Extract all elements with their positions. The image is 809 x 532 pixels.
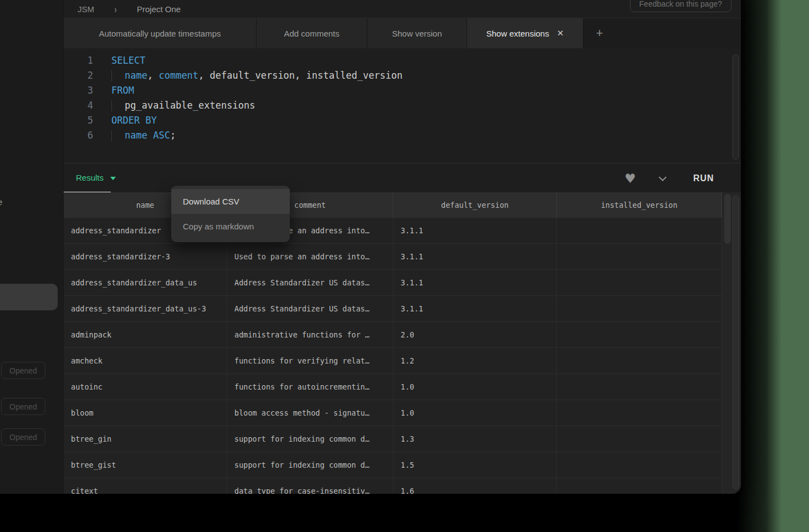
- cell-installed_version: [557, 478, 722, 494]
- cell-name: citext: [64, 478, 227, 494]
- table-row[interactable]: btree_ginsupport for indexing common d…1…: [64, 426, 741, 452]
- results-dropdown-trigger[interactable]: Results: [64, 163, 111, 193]
- cell-comment: Address Standardizer US datas…: [227, 296, 393, 321]
- table-row[interactable]: adminpackadministrative functions for …2…: [64, 322, 741, 348]
- left-sidebar: e OpenedOpenedOpened: [0, 0, 64, 494]
- cell-name: btree_gin: [64, 426, 227, 452]
- close-tab-icon[interactable]: ✕: [557, 28, 564, 38]
- cell-default_version: 1.0: [393, 374, 557, 400]
- sql-text: ;: [170, 130, 176, 141]
- code-line: 1SELECT: [64, 53, 741, 68]
- code-text: FROM: [103, 83, 134, 98]
- tab-label: Add comments: [284, 29, 339, 38]
- cell-default_version: 1.5: [393, 452, 557, 478]
- cell-default_version: 3.1.1: [393, 296, 557, 321]
- breadcrumb-project[interactable]: Project One: [137, 4, 181, 14]
- cell-comment: support for indexing common d…: [227, 452, 393, 478]
- table-scrollbar-gutter: [722, 192, 741, 494]
- top-header: JSM › Project One Feedback on this page?: [64, 0, 741, 18]
- cell-default_version: 1.6: [393, 478, 557, 494]
- breadcrumb-org[interactable]: JSM: [78, 4, 94, 14]
- editor-scrollbar-thumb[interactable]: [733, 54, 739, 160]
- cell-default_version: 3.1.1: [393, 270, 557, 295]
- code-line: 2name, comment, default_version, install…: [64, 68, 741, 83]
- cell-default_version: 3.1.1: [393, 244, 557, 269]
- results-context-menu: Download CSVCopy as markdown: [171, 186, 290, 242]
- sql-keyword: comment: [158, 70, 198, 81]
- cell-installed_version: [557, 244, 722, 269]
- table-row[interactable]: autoincfunctions for autoincrementin…1.0: [64, 374, 741, 400]
- indent-guide: [111, 100, 125, 111]
- tab-show-extensions[interactable]: Show extensions✕: [467, 18, 583, 48]
- tab-add-comments[interactable]: Add comments: [257, 18, 367, 48]
- chevron-down-icon: [659, 173, 667, 181]
- opened-badge: Opened: [1, 428, 45, 446]
- table-row[interactable]: address_standardizer-3Used to parse an a…: [64, 244, 741, 270]
- cell-name: address_standardizer_data_us-3: [64, 296, 227, 321]
- cell-comment: administrative functions for …: [227, 322, 393, 347]
- cell-comment: Address Standardizer US datas…: [227, 270, 393, 295]
- cell-comment: support for indexing common d…: [227, 426, 393, 452]
- cell-installed_version: [557, 348, 722, 374]
- main-panel: JSM › Project One Feedback on this page?…: [64, 0, 741, 494]
- column-header-default-version[interactable]: default_version: [393, 192, 557, 218]
- tab-automatically-update-timestamps[interactable]: Automatically update timestamps: [64, 18, 257, 48]
- cell-installed_version: [557, 322, 722, 347]
- results-toolbar: Results ♥ RUN: [64, 163, 741, 192]
- cell-name: btree_gist: [64, 452, 227, 478]
- cell-installed_version: [557, 452, 722, 478]
- cell-default_version: 3.1.1: [393, 218, 557, 243]
- table-row[interactable]: amcheckfunctions for verifying relat…1.2: [64, 348, 741, 374]
- table-row[interactable]: address_standardizer_data_usAddress Stan…: [64, 270, 741, 296]
- column-header-installed-version[interactable]: installed_version: [557, 192, 722, 218]
- sql-text: , default_version, installed_version: [198, 70, 402, 81]
- sql-editor[interactable]: 1SELECT2name, comment, default_version, …: [64, 53, 741, 163]
- cell-name: adminpack: [64, 322, 227, 347]
- line-number: 4: [64, 98, 103, 113]
- cell-installed_version: [557, 296, 722, 321]
- cell-comment: functions for verifying relat…: [227, 348, 393, 374]
- new-tab-button[interactable]: +: [583, 18, 616, 48]
- app-window: e OpenedOpenedOpened JSM › Project One F…: [0, 0, 741, 494]
- indent-guide: [111, 70, 125, 81]
- table-row[interactable]: citextdata type for case-insensitiv…1.6: [64, 478, 741, 494]
- sidebar-text-fragment: e: [0, 197, 2, 207]
- tab-label: Show extensions: [487, 29, 549, 38]
- run-button[interactable]: RUN: [693, 163, 714, 193]
- cell-comment: bloom access method - signatu…: [227, 400, 393, 426]
- cell-installed_version: [557, 218, 722, 243]
- cell-default_version: 1.0: [393, 400, 557, 426]
- feedback-button[interactable]: Feedback on this page?: [630, 0, 731, 12]
- sql-keyword: FROM: [111, 85, 134, 96]
- sql-text: ,: [147, 70, 158, 81]
- code-text: name ASC;: [103, 128, 176, 143]
- menu-item-download-csv[interactable]: Download CSV: [171, 189, 290, 214]
- table-row[interactable]: address_standardizer_data_us-3Address St…: [64, 296, 741, 322]
- table-row[interactable]: btree_gistsupport for indexing common d……: [64, 452, 741, 478]
- breadcrumb: JSM › Project One: [78, 0, 181, 18]
- table-row[interactable]: address_standardizerUsed to parse an add…: [64, 218, 741, 244]
- code-line: 4pg_available_extensions: [64, 98, 741, 113]
- desktop-backdrop: e OpenedOpenedOpened JSM › Project One F…: [0, 0, 809, 532]
- sidebar-selected-item[interactable]: [0, 284, 58, 310]
- tab-label: Show version: [392, 29, 442, 38]
- cell-installed_version: [557, 426, 722, 452]
- table-scrollbar-thumb[interactable]: [724, 194, 731, 244]
- table-row[interactable]: bloombloom access method - signatu…1.0: [64, 400, 741, 426]
- cell-name: address_standardizer_data_us: [64, 270, 227, 295]
- opened-badge: Opened: [1, 362, 45, 379]
- menu-item-copy-as-markdown[interactable]: Copy as markdown: [171, 214, 290, 239]
- code-lines: 1SELECT2name, comment, default_version, …: [64, 53, 741, 143]
- code-line: 5ORDER BY: [64, 113, 741, 128]
- code-text: SELECT: [103, 53, 145, 68]
- sql-text: pg_available_extensions: [125, 100, 255, 111]
- query-tab-bar: Automatically update timestampsAdd comme…: [64, 18, 741, 48]
- favorite-heart-icon[interactable]: ♥: [624, 163, 636, 193]
- chevron-right-icon: ›: [114, 3, 117, 14]
- cell-default_version: 1.2: [393, 348, 557, 374]
- run-options-chevron[interactable]: [661, 163, 667, 193]
- tab-label: Automatically update timestamps: [99, 29, 221, 38]
- tab-show-version[interactable]: Show version: [367, 18, 467, 48]
- line-number: 3: [64, 83, 103, 98]
- window-scrollbar-lane[interactable]: [733, 196, 739, 489]
